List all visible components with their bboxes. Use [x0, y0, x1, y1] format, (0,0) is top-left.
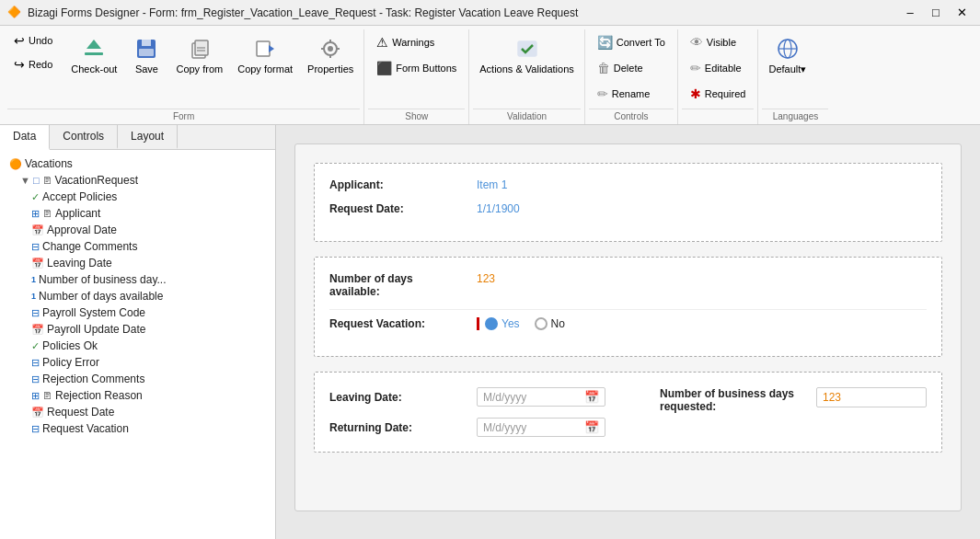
- tree-item-policiesok[interactable]: ✓ Policies Ok: [0, 338, 275, 354]
- tree-item-rejectioncomments[interactable]: ⊟ Rejection Comments: [0, 371, 275, 387]
- properties-button[interactable]: Properties: [301, 29, 360, 79]
- visible-button[interactable]: 👁 Visible: [684, 31, 743, 53]
- policyerror-icon: ⊟: [31, 357, 40, 369]
- formbuttons-button[interactable]: ⬛ Form Buttons: [370, 57, 463, 79]
- tree-item-numberbusiness[interactable]: 1 Number of business day...: [0, 271, 275, 288]
- applicant-value[interactable]: Item 1: [477, 178, 507, 191]
- numdays-value[interactable]: 123: [477, 272, 495, 285]
- form-icon: 🖹: [42, 175, 52, 186]
- delete-icon: 🗑: [597, 61, 610, 75]
- main-layout: Data Controls Layout 🟠 Vacations ▼ □ 🖹 V…: [0, 125, 980, 539]
- required-button[interactable]: ✱ Required: [684, 83, 753, 105]
- form-group-label: form: [7, 109, 360, 122]
- actionsvalidations-icon: [513, 34, 542, 63]
- radio-no[interactable]: No: [535, 317, 565, 330]
- convertto-icon: 🔄: [597, 35, 613, 50]
- actionsvalidations-button[interactable]: Actions & Validations: [473, 29, 581, 79]
- show-group-label: Show: [368, 109, 465, 122]
- policiesok-icon: ✓: [31, 340, 40, 352]
- tab-data[interactable]: Data: [0, 125, 50, 150]
- tree-item-leavingdate[interactable]: 📅 Leaving Date: [0, 255, 275, 271]
- copyformat-icon: [250, 34, 280, 63]
- form-panel: Applicant: Item 1 Request Date: 1/1/1900…: [294, 143, 962, 511]
- radio-yes[interactable]: Yes: [485, 317, 520, 330]
- businessdays-label: Number of business days: [660, 387, 807, 400]
- payrollcode-icon: ⊟: [31, 307, 40, 319]
- returningdate-row: Returning Date: M/d/yyyy 📅: [329, 418, 622, 437]
- window-controls: – □ ✕: [899, 5, 973, 21]
- properties-icon: [316, 34, 345, 63]
- form-section-middle: Number of days available: 123 Request Va…: [314, 257, 942, 357]
- returningdate-input[interactable]: M/d/yyyy 📅: [477, 418, 605, 437]
- form-section-bottom: Leaving Date: M/d/yyyy 📅 Returning Date:…: [314, 372, 942, 453]
- title-text: Bizagi Forms Designer - Form: frm_Regist…: [28, 6, 899, 19]
- tree-item-requestvacation[interactable]: ⊟ Request Vacation: [0, 420, 275, 437]
- maximize-button[interactable]: □: [925, 5, 947, 21]
- rename-button[interactable]: ✏ Rename: [591, 83, 657, 105]
- leavingdate-row: Leaving Date: M/d/yyyy 📅: [329, 387, 622, 407]
- check-icon: ✓: [31, 191, 40, 203]
- warnings-button[interactable]: ⚠ Warnings: [370, 31, 441, 53]
- delete-button[interactable]: 🗑 Delete: [591, 57, 650, 79]
- visibility-group-label: [682, 109, 755, 122]
- tree-item-payrolldate[interactable]: 📅 Payroll Update Date: [0, 321, 275, 338]
- payrolldate-icon: 📅: [31, 324, 44, 336]
- requestvacation-radio-group: Yes No: [477, 317, 565, 330]
- undo-button[interactable]: ↩ Undo: [7, 29, 59, 52]
- tree-item-policyerror[interactable]: ⊟ Policy Error: [0, 354, 275, 371]
- tree-item-applicant[interactable]: ⊞ 🖹 Applicant: [0, 205, 275, 222]
- requestdate-value[interactable]: 1/1/1900: [477, 202, 520, 215]
- convertto-button[interactable]: 🔄 Convert To: [591, 31, 672, 53]
- ribbon-group-validation: Actions & Validations Validation: [469, 29, 585, 124]
- requestdate-row: Request Date: 1/1/1900: [329, 202, 927, 215]
- returningdate-placeholder: M/d/yyyy: [483, 421, 526, 434]
- tree-item-rejectionreason[interactable]: ⊞ 🖹 Rejection Reason: [0, 387, 275, 404]
- default-language-button[interactable]: Default▾: [762, 29, 813, 80]
- returningdate-label: Returning Date:: [329, 421, 477, 434]
- leavingdate-input[interactable]: M/d/yyyy 📅: [477, 387, 605, 407]
- leavingdate-label: Leaving Date:: [329, 391, 477, 404]
- vacations-icon: 🟠: [9, 158, 22, 170]
- tree-item-vacationrequest[interactable]: ▼ □ 🖹 VacationRequest: [0, 172, 275, 189]
- applicant-label: Applicant:: [329, 178, 477, 191]
- tree-item-vacations[interactable]: 🟠 Vacations: [0, 155, 275, 172]
- copyformat-button[interactable]: Copy format: [231, 29, 299, 79]
- minimize-button[interactable]: –: [899, 5, 921, 21]
- app-icon: 🔶: [7, 6, 22, 20]
- businessdays-input[interactable]: [816, 387, 927, 407]
- redo-icon: ↪: [14, 57, 25, 72]
- rename-icon: ✏: [597, 86, 608, 101]
- returningdate-calendar-icon: 📅: [584, 420, 599, 434]
- undo-icon: ↩: [14, 33, 25, 48]
- ribbon-group-controls: 🔄 Convert To 🗑 Delete ✏ Rename Controls: [585, 29, 678, 124]
- tree-item-requestdate[interactable]: 📅 Request Date: [0, 404, 275, 420]
- requestvacation-label: Request Vacation:: [329, 317, 477, 330]
- rejectionreason-doc-icon: 🖹: [42, 390, 52, 401]
- tab-controls[interactable]: Controls: [50, 125, 118, 149]
- ribbon: ↩ Undo ↪ Redo Check-out: [0, 26, 980, 125]
- copyfrom-button[interactable]: Copy from: [169, 29, 229, 79]
- leavingdate-placeholder: M/d/yyyy: [483, 391, 526, 404]
- tree-item-approvaldate[interactable]: 📅 Approval Date: [0, 222, 275, 238]
- save-button[interactable]: Save: [125, 29, 167, 79]
- svg-rect-16: [518, 41, 536, 56]
- editable-button[interactable]: ✏ Editable: [684, 57, 748, 79]
- tree-item-acceptpolicies[interactable]: ✓ Accept Policies: [0, 189, 275, 205]
- tree-item-changecomments[interactable]: ⊟ Change Comments: [0, 238, 275, 255]
- form-canvas: Applicant: Item 1 Request Date: 1/1/1900…: [276, 125, 980, 539]
- radio-yes-dot: [485, 317, 498, 330]
- tab-layout[interactable]: Layout: [118, 125, 178, 149]
- ribbon-group-form: ↩ Undo ↪ Redo Check-out: [4, 29, 364, 124]
- tree-item-numberdays[interactable]: 1 Number of days available: [0, 288, 275, 304]
- leavingdate-calendar-icon: 📅: [584, 390, 599, 404]
- rejectionreason-field-icon: ⊞: [31, 390, 40, 402]
- rejectioncomments-icon: ⊟: [31, 373, 40, 385]
- svg-point-11: [328, 46, 333, 52]
- close-button[interactable]: ✕: [951, 5, 973, 21]
- checkout-button[interactable]: Check-out: [64, 29, 123, 79]
- tree-item-payrollcode[interactable]: ⊟ Payroll System Code: [0, 304, 275, 321]
- requestvacation-icon: ⊟: [31, 423, 40, 435]
- redo-button[interactable]: ↪ Redo: [7, 53, 59, 75]
- numdays-label2: available:: [329, 285, 477, 298]
- ribbon-group-visiblity: 👁 Visible ✏ Editable ✱ Required: [678, 29, 759, 124]
